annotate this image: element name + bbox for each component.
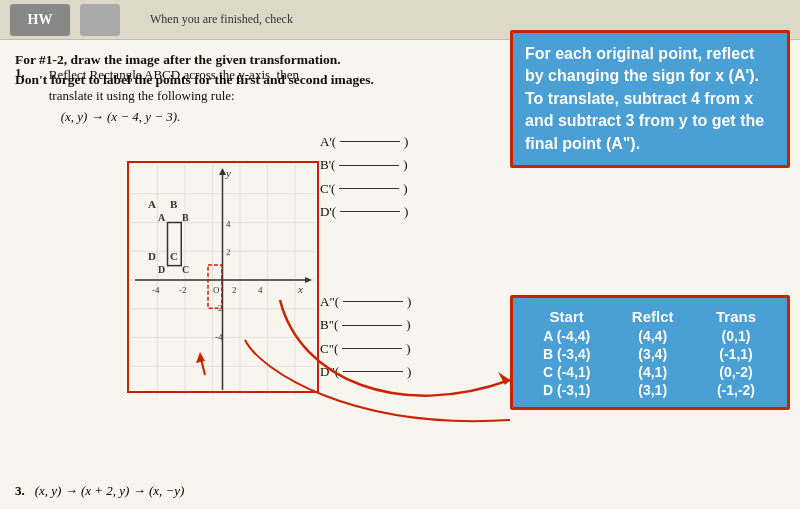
svg-text:D: D [158,264,165,275]
svg-marker-15 [219,168,226,175]
svg-text:B: B [182,212,189,223]
table-cell-d-reflct: (3,1) [610,381,695,399]
table-header-start: Start [523,306,610,327]
table-annotation: Start Reflct Trans A (-4,4) (4,4) (0,1) … [510,295,790,410]
problem-3-formula: (x, y) → (x + 2, y) → (x, −y) [35,483,185,498]
svg-marker-16 [305,277,312,283]
logo: HW [10,4,70,36]
table-cell-c-reflct: (4,1) [610,363,695,381]
svg-text:2: 2 [226,247,231,257]
problem-1-text: Reflect Rectangle ABCD across the y-axis… [49,65,299,86]
table-row-a: A (-4,4) (4,4) (0,1) [523,327,777,345]
svg-text:O: O [213,285,220,295]
blank-b-double-prime: B"( ) [320,313,470,336]
table-row-b: B (-3,4) (3,4) (-1,1) [523,345,777,363]
svg-text:-2: -2 [179,285,187,295]
blank-c-prime: C'( ) [320,177,470,200]
table-row-c: C (-4,1) (4,1) (0,-2) [523,363,777,381]
table-header-trans: Trans [695,306,777,327]
table-header-reflct: Reflct [610,306,695,327]
svg-text:y: y [225,167,231,179]
annotation-text: For each original point, reflect by chan… [525,45,764,152]
problem-3-number: 3. [15,483,25,498]
table-cell-b-reflct: (3,4) [610,345,695,363]
problem-3: 3. (x, y) → (x + 2, y) → (x, −y) [15,481,184,499]
graph-label-c: C [170,250,178,262]
table-cell-c-start: C (-4,1) [523,363,610,381]
problem-1-formula: (x, y) → (x − 4, y − 3). [61,109,299,125]
graph-label-b: B [170,198,177,210]
coordinate-graph: y x -4 -2 2 4 4 2 -2 -4 O A B C [130,165,315,395]
svg-text:4: 4 [226,219,231,229]
problem-1-number: 1. [15,65,25,125]
svg-text:-4: -4 [152,285,160,295]
blank-b-prime: B'( ) [320,153,470,176]
blank-d-double-prime: D"( ) [320,360,470,383]
graph-container: y x -4 -2 2 4 4 2 -2 -4 O A B C [130,165,315,395]
finish-text: When you are finished, check [150,12,293,27]
problem-1-text2: translate it using the following rule: [49,86,299,107]
table-cell-a-start: A (-4,4) [523,327,610,345]
svg-text:4: 4 [258,285,263,295]
table-cell-a-reflct: (4,4) [610,327,695,345]
table-cell-c-trans: (0,-2) [695,363,777,381]
annotation-box: For each original point, reflect by chan… [510,30,790,168]
page: HW When you are finished, check For #1-2… [0,0,800,509]
answer-blanks-double-prime: A"( ) B"( ) C"( ) D"( ) [320,290,470,384]
table-cell-b-trans: (-1,1) [695,345,777,363]
blank-a-double-prime: A"( ) [320,290,470,313]
blank-a-prime: A'( ) [320,130,470,153]
svg-text:C: C [182,264,189,275]
graph-label-a: A [148,198,156,210]
svg-text:x: x [297,283,303,295]
answer-blanks-prime: A'( ) B'( ) C'( ) D'( ) [320,130,470,224]
worksheet-icon [80,4,120,36]
blank-d-prime: D'( ) [320,200,470,223]
svg-text:-4: -4 [215,332,223,342]
svg-text:2: 2 [232,285,237,295]
table-row-d: D (-3,1) (3,1) (-1,-2) [523,381,777,399]
table-cell-b-start: B (-3,4) [523,345,610,363]
table-cell-d-trans: (-1,-2) [695,381,777,399]
svg-text:A: A [158,212,166,223]
table-cell-a-trans: (0,1) [695,327,777,345]
blank-c-double-prime: C"( ) [320,337,470,360]
graph-label-d: D [148,250,156,262]
problem-1: 1. Reflect Rectangle ABCD across the y-a… [15,60,515,125]
table-cell-d-start: D (-3,1) [523,381,610,399]
